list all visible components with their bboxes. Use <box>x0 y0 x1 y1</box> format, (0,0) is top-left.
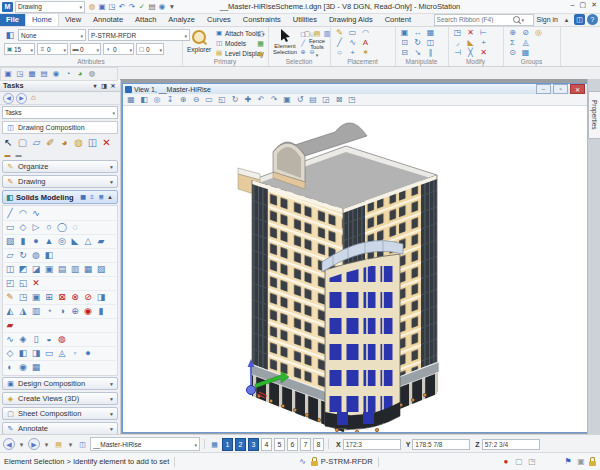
edit-face-icon[interactable]: ◳ <box>17 292 29 304</box>
view-toggle-3[interactable]: 3 <box>248 438 259 451</box>
linear-solid-icon[interactable]: ▱ <box>4 250 16 262</box>
add-graphic-group-icon[interactable]: Σ <box>507 38 518 48</box>
sweep-solid-icon[interactable]: ▨ <box>95 264 107 276</box>
tab-curves[interactable]: Curves <box>201 13 237 26</box>
graphic-group-lock-icon[interactable]: ◬ <box>520 38 531 48</box>
split-solid-icon[interactable]: ◨ <box>95 292 107 304</box>
print-icon[interactable]: ▤ <box>147 2 157 12</box>
undo-icon[interactable]: ↶ <box>117 2 127 12</box>
about-4-icon[interactable]: ◍ <box>86 69 98 79</box>
save-settings-icon[interactable]: ◳ <box>107 2 117 12</box>
extrude-icon[interactable]: ▰ <box>95 236 107 248</box>
draw-arc-icon[interactable]: ◠ <box>17 208 29 220</box>
view-toggle-8[interactable]: 8 <box>313 438 324 451</box>
gem-icon[interactable]: ◈ <box>17 334 29 346</box>
copy-icon[interactable]: ▣ <box>399 28 410 38</box>
active-color-combo[interactable]: ▣15 <box>4 43 35 55</box>
view-toggle-5[interactable]: 5 <box>274 438 285 451</box>
bar-tool-2-icon[interactable]: ▬ <box>14 152 23 159</box>
key-in-icon[interactable]: ▤ <box>38 69 50 79</box>
section-design-composition[interactable]: ▣ Design Composition ▼ <box>2 377 118 390</box>
section-solids-modeling[interactable]: ◧ Solids Modeling ▦≡≣▲ <box>2 190 118 204</box>
view-title-bar[interactable]: View 1, __Master-HiRise – ▫ ✕ <box>123 84 587 94</box>
drop-element-icon[interactable]: ⊘ <box>520 28 531 38</box>
back-menu-icon[interactable]: ▾ <box>16 439 27 450</box>
place-curve-icon[interactable]: ∿ <box>347 38 358 48</box>
cache-icon[interactable]: ◳ <box>527 457 537 467</box>
section-sheet-composition[interactable]: ▢ Sheet Composition ▼ <box>2 407 118 420</box>
panel-menu-icon[interactable]: ▾ <box>91 82 99 90</box>
ribbon-search[interactable] <box>434 14 534 26</box>
cut-solid-icon[interactable]: ▣ <box>43 264 55 276</box>
about-2-icon[interactable]: ◔ <box>62 69 74 79</box>
facet-a-icon[interactable]: ◇ <box>4 348 16 360</box>
place-block-icon[interactable]: ▭ <box>4 222 16 234</box>
group-hole-icon[interactable]: ◎ <box>533 28 544 38</box>
window-area-icon[interactable]: ▭ <box>203 94 215 105</box>
union-icon[interactable]: ◫ <box>4 264 16 276</box>
modify-element-icon[interactable]: ◳ <box>452 28 463 38</box>
tab-file[interactable]: File <box>0 13 25 26</box>
delete-tool-icon[interactable]: ✕ <box>100 136 113 150</box>
grid-view-icon[interactable]: ▦ <box>79 193 87 201</box>
half-solid-icon[interactable]: ◒ <box>43 334 55 346</box>
tab-home[interactable]: Home <box>25 13 59 26</box>
rotate-view-icon[interactable]: ↻ <box>229 94 241 105</box>
folder-menu-icon[interactable]: ▾ <box>65 439 76 450</box>
line-style-combo[interactable]: ≡0 <box>37 43 68 55</box>
view-attributes-icon[interactable]: ▦ <box>125 94 137 105</box>
forward-icon[interactable]: ▶ <box>16 93 27 104</box>
reference-tool-icon[interactable]: ◫ <box>86 136 99 150</box>
mesh-c-icon[interactable]: ▦ <box>30 362 42 374</box>
hole-feature-icon[interactable]: ⊕ <box>69 306 81 318</box>
view-toggle-6[interactable]: 6 <box>287 438 298 451</box>
cylinder-cut-icon[interactable]: ▮ <box>95 306 107 318</box>
replace-face-icon[interactable]: ▣ <box>30 292 42 304</box>
back-icon[interactable]: ◀ <box>3 438 15 450</box>
stretch-icon[interactable]: ↘ <box>412 48 423 58</box>
active-level-combo[interactable]: P-STRM-RFDR <box>88 29 190 41</box>
search-input[interactable] <box>437 16 511 24</box>
view-minimize-button[interactable]: – <box>536 84 551 94</box>
view-flags-icon[interactable]: ▤ <box>307 94 319 105</box>
detail-view-icon[interactable]: ≣ <box>97 193 105 201</box>
about-3-icon[interactable]: ◕ <box>74 69 86 79</box>
about-1-icon[interactable]: ◉ <box>50 69 62 79</box>
pyramid-icon[interactable]: △ <box>82 236 94 248</box>
spin-face-icon[interactable]: ⊗ <box>69 292 81 304</box>
scale-icon[interactable]: ⊡ <box>399 38 410 48</box>
taper-solid-icon[interactable]: ▦ <box>82 264 94 276</box>
extend-icon[interactable]: ⊢ <box>478 28 489 38</box>
view-next-icon[interactable]: ↷ <box>268 94 280 105</box>
copy-view-icon[interactable]: ▣ <box>281 94 293 105</box>
raster-manager-icon[interactable]: ▦ <box>256 39 265 48</box>
named-group-icon[interactable]: ⊙ <box>507 48 518 58</box>
break-element-icon[interactable]: ✕ <box>465 28 476 38</box>
collapse-ribbon-icon[interactable]: ▴ <box>561 14 572 25</box>
tab-constraints[interactable]: Constraints <box>237 13 287 26</box>
chamfer-icon[interactable]: ◣ <box>465 38 476 48</box>
facet-f-icon[interactable]: ◦ <box>69 348 81 360</box>
folder-icon[interactable]: ▤ <box>53 439 64 450</box>
revolve-icon[interactable]: ↻ <box>17 250 29 262</box>
line-weight-icon[interactable]: ▬ <box>72 45 79 53</box>
select-set-icon[interactable]: ▣ <box>576 457 586 467</box>
boss-icon[interactable]: ◔ <box>43 306 55 318</box>
red-shell-icon[interactable]: ◍ <box>56 334 68 346</box>
attributes-icon[interactable]: ◳ <box>14 69 26 79</box>
section-organize[interactable]: ✎ Organize ▼ <box>2 160 118 173</box>
section-create-views-3d[interactable]: ◈ Create Views (3D) ▼ <box>2 392 118 405</box>
place-point-icon[interactable]: + <box>347 48 358 58</box>
task-item-drawing-composition[interactable]: ◫ Drawing Composition <box>2 121 118 134</box>
close-button[interactable]: ✕ <box>591 1 597 9</box>
remove-feature-icon[interactable]: ✕ <box>30 278 42 290</box>
fillet-icon[interactable]: ◞ <box>452 38 463 48</box>
intersect-icon[interactable]: ◩ <box>17 264 29 276</box>
open-icon[interactable]: ◍ <box>87 2 97 12</box>
explorer-button[interactable]: Explorer <box>187 30 211 53</box>
tab-drawing-aids[interactable]: Drawing Aids <box>323 13 379 26</box>
place-shape-icon[interactable]: ▭ <box>347 28 358 38</box>
mesh-b-icon[interactable]: ◉ <box>17 362 29 374</box>
pattern-area-icon[interactable]: ✶ <box>360 48 371 58</box>
clip-mask-icon[interactable]: ⊠ <box>333 94 345 105</box>
